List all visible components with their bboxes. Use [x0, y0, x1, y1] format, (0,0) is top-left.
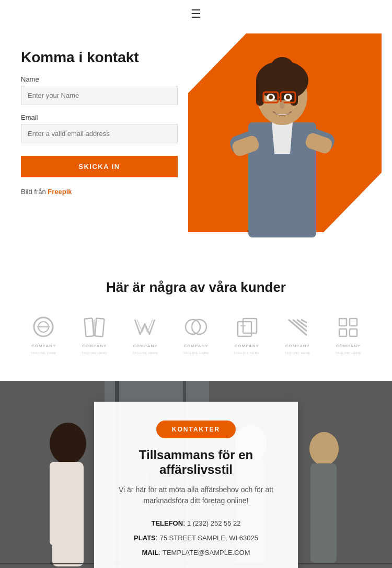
clients-section: Här är några av våra kunder COMPANY TAGL…	[0, 253, 392, 381]
logo-icon-6	[283, 314, 312, 340]
company-tagline-7: TAGLINE HERE	[336, 351, 362, 355]
logo-icon-2	[80, 314, 109, 340]
company-logo-6: COMPANY TAGLINE HERE	[275, 314, 320, 355]
address-value: 75 STREET SAMPLE, WI 63025	[160, 534, 258, 542]
email-field-group: Email	[21, 113, 178, 143]
company-tagline-4: TAGLINE HERE	[183, 351, 209, 355]
hero-person-image	[193, 49, 371, 237]
hero-title: Komma i kontakt	[21, 49, 178, 66]
svg-rect-28	[238, 322, 251, 336]
svg-point-17	[269, 95, 273, 99]
svg-marker-1	[272, 122, 293, 154]
contact-form: Komma i kontakt Name Email SKICKA IN Bil…	[21, 49, 178, 237]
company-logo-2: COMPANY TAGLINE HERE	[72, 314, 117, 355]
contact-card: KONTAKTER Tillsammans för en affärslivss…	[94, 402, 298, 568]
svg-rect-36	[350, 319, 357, 326]
company-tagline-1: TAGLINE HERE	[31, 351, 57, 355]
company-name-3: COMPANY	[133, 344, 157, 348]
svg-rect-9	[256, 79, 264, 106]
company-name-2: COMPANY	[82, 344, 107, 348]
svg-rect-23	[85, 318, 94, 336]
name-input[interactable]	[21, 86, 178, 105]
company-name-6: COMPANY	[285, 344, 310, 348]
company-logo-1: COMPANY TAGLINE HERE	[21, 314, 66, 355]
email-contact-value: TEMPLATE@SAMPLE.COM	[163, 549, 250, 556]
company-tagline-6: TAGLINE HERE	[284, 351, 310, 355]
svg-point-26	[186, 320, 200, 334]
svg-point-18	[286, 95, 290, 99]
svg-line-34	[301, 320, 307, 323]
contact-info: TELEFON: 1 (232) 252 55 22 PLATS: 75 STR…	[115, 516, 277, 560]
company-tagline-2: TAGLINE HERE	[82, 351, 108, 355]
name-field-group: Name	[21, 75, 178, 105]
company-name-4: COMPANY	[183, 344, 208, 348]
address-row: PLATS: 75 STREET SAMPLE, WI 63025	[115, 530, 277, 545]
freepik-link[interactable]: Freepik	[48, 188, 72, 196]
company-name-7: COMPANY	[336, 344, 361, 348]
svg-point-27	[192, 320, 206, 334]
svg-rect-37	[339, 329, 347, 336]
svg-point-41	[50, 423, 86, 464]
svg-point-19	[280, 101, 285, 109]
clients-logos: COMPANY TAGLINE HERE COMPANY TAGLINE HER…	[21, 314, 371, 355]
svg-rect-35	[339, 319, 347, 326]
company-name-1: COMPANY	[31, 344, 56, 348]
address-label: PLATS	[134, 534, 156, 542]
company-name-5: COMPANY	[234, 344, 259, 348]
svg-point-48	[309, 432, 339, 465]
name-label: Name	[21, 75, 178, 83]
logo-icon-5	[233, 314, 261, 340]
svg-rect-38	[350, 329, 357, 336]
company-logo-3: COMPANY TAGLINE HERE	[122, 314, 168, 355]
company-logo-7: COMPANY TAGLINE HERE	[326, 314, 371, 355]
email-contact-label: MAIL	[142, 549, 158, 556]
company-logo-4: COMPANY TAGLINE HERE	[173, 314, 218, 355]
svg-rect-43	[50, 462, 63, 546]
logo-icon-4	[181, 314, 210, 340]
svg-rect-24	[95, 318, 105, 336]
phone-row: TELEFON: 1 (232) 252 55 22	[115, 516, 277, 530]
logo-icon-7	[334, 314, 363, 340]
person-svg	[199, 49, 366, 237]
email-label: Email	[21, 113, 178, 121]
company-tagline-5: TAGLINE HERE	[234, 351, 260, 355]
email-input[interactable]	[21, 124, 178, 143]
clients-heading: Här är några av våra kunder	[21, 279, 371, 296]
hero-image	[178, 49, 371, 237]
contact-description: Vi är här för att möta alla affärsbehov …	[115, 484, 277, 506]
hero-section: Komma i kontakt Name Email SKICKA IN Bil…	[0, 28, 392, 253]
company-logo-5: COMPANY TAGLINE HERE	[224, 314, 270, 355]
submit-button[interactable]: SKICKA IN	[21, 156, 178, 177]
svg-rect-49	[310, 463, 337, 563]
phone-value: 1 (232) 252 55 22	[187, 519, 241, 527]
menu-icon[interactable]: ☰	[191, 7, 201, 21]
phone-label: TELEFON	[151, 519, 183, 527]
image-credit: Bild från Freepik	[21, 188, 178, 196]
svg-point-11	[272, 57, 293, 73]
logo-icon-1	[29, 314, 58, 340]
contact-button[interactable]: KONTAKTER	[156, 421, 236, 438]
company-tagline-3: TAGLINE HERE	[132, 351, 158, 355]
header: ☰	[0, 0, 392, 28]
contact-heading: Tillsammans för en affärslivsstil	[115, 448, 277, 477]
contact-section: KONTAKTER Tillsammans för en affärslivss…	[0, 381, 392, 568]
logo-icon-3	[131, 314, 159, 340]
email-row: MAIL: TEMPLATE@SAMPLE.COM	[115, 545, 277, 560]
